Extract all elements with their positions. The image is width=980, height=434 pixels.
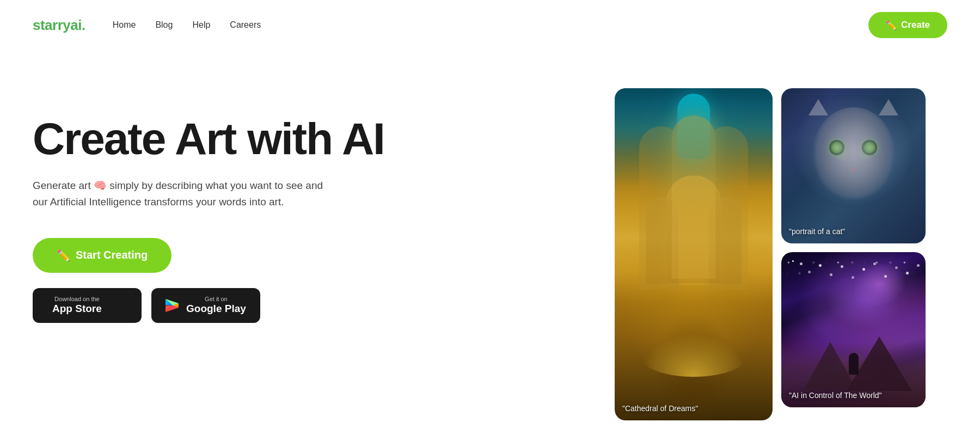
cathedral-caption: "Cathedral of Dreams" (622, 404, 698, 413)
cat-nose (851, 167, 856, 172)
store-buttons: Download on the App Store (33, 288, 403, 323)
gallery-col-right: "portrait of a cat" "AI in Control of Th… (781, 88, 926, 407)
subtitle-part1: Generate art (33, 180, 91, 191)
cathedral-spire-right (709, 197, 742, 284)
nav-item-careers[interactable]: Careers (230, 20, 261, 30)
pencil-icon-start: ✏️ (57, 249, 70, 262)
google-play-text: Get it on Google Play (186, 296, 246, 315)
nav-links: Home Blog Help Careers (113, 20, 261, 30)
start-creating-button[interactable]: ✏️ Start Creating (33, 238, 171, 273)
google-play-button[interactable]: Get it on Google Play (151, 288, 260, 323)
logo-dot: . (82, 17, 85, 33)
teal-figure-decoration (615, 88, 773, 186)
logo-text: starryai (33, 17, 82, 33)
art-card-cat: "portrait of a cat" (781, 88, 926, 243)
galaxy-caption: "AI in Control of The World" (789, 391, 882, 400)
cat-eye-right (862, 140, 877, 155)
cat-face (813, 107, 895, 200)
art-card-cathedral: "Cathedral of Dreams" (615, 88, 773, 420)
hero-section: Create Art with AI Generate art 🧠 simply… (0, 50, 980, 434)
nav-link-blog[interactable]: Blog (155, 20, 173, 29)
app-store-button[interactable]: Download on the App Store (33, 288, 142, 323)
gallery-col-left: "Cathedral of Dreams" (615, 88, 773, 420)
app-store-label-big: App Store (52, 303, 102, 315)
create-button-label: Create (901, 20, 930, 30)
hero-title: Create Art with AI (33, 115, 403, 162)
google-play-label-small: Get it on (186, 296, 246, 303)
cat-ear-right (879, 99, 898, 115)
hero-subtitle: Generate art 🧠 simply by describing what… (33, 178, 327, 211)
cat-ear-left (808, 99, 828, 115)
art-card-galaxy: "AI in Control of The World" (781, 252, 926, 407)
nav-link-help[interactable]: Help (192, 20, 210, 29)
cat-eye-left (829, 140, 844, 155)
create-button[interactable]: ✏️ Create (868, 12, 947, 38)
hero-text-content: Create Art with AI Generate art 🧠 simply… (33, 83, 403, 323)
app-store-text: Download on the App Store (52, 296, 102, 315)
logo[interactable]: starryai. (33, 17, 85, 34)
google-play-label-big: Google Play (186, 303, 246, 315)
brain-emoji: 🧠 (94, 178, 107, 194)
cathedral-spire-left (646, 197, 678, 284)
nav-item-home[interactable]: Home (113, 20, 136, 30)
navbar: starryai. Home Blog Help Careers ✏️ Crea… (0, 0, 980, 50)
nav-item-help[interactable]: Help (192, 20, 210, 30)
cathedral-glow (639, 333, 748, 377)
app-store-label-small: Download on the (52, 296, 102, 303)
nav-link-home[interactable]: Home (113, 20, 136, 29)
navbar-left: starryai. Home Blog Help Careers (33, 17, 261, 34)
cathedral-spire-center (666, 175, 721, 284)
figure-silhouette (849, 353, 859, 375)
galaxy-nebula-2 (820, 268, 905, 335)
art-gallery: "Cathedral of Dreams" "portrait of a cat… (403, 83, 947, 420)
nav-link-careers[interactable]: Careers (230, 20, 261, 29)
pencil-icon: ✏️ (886, 20, 897, 30)
start-creating-label: Start Creating (76, 249, 148, 261)
nav-item-blog[interactable]: Blog (155, 20, 173, 30)
galaxy-stars (792, 260, 794, 262)
cat-caption: "portrait of a cat" (789, 227, 845, 236)
google-play-icon (164, 298, 180, 313)
